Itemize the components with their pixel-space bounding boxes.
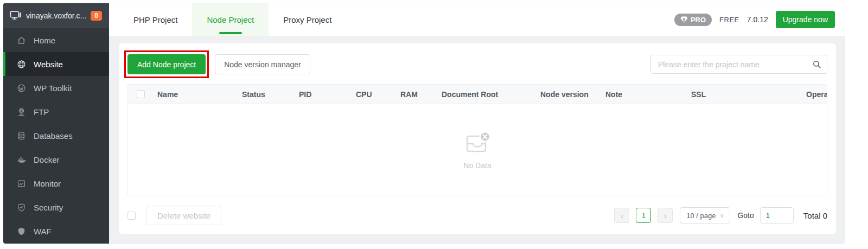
search-input[interactable] [650,55,827,74]
prev-page-button[interactable]: ‹ [614,208,629,223]
search-icon[interactable] [812,60,821,69]
column-header-ssl: SSL [687,90,802,99]
delete-website-button[interactable]: Delete website [146,206,221,225]
sidebar-item-monitor[interactable]: Monitor [3,171,109,195]
table-header-row: Name Status PID CPU RAM Document Root No… [128,85,827,104]
sidebar-item-label: WAF [34,227,52,236]
sidebar-item-ftp[interactable]: FTP [3,100,109,124]
project-tabs: PHP Project Node Project Proxy Project P… [109,3,845,36]
sidebar-item-docker[interactable]: Docker [3,148,109,171]
sidebar-item-wp-toolkit[interactable]: WP Toolkit [3,76,109,100]
database-icon [17,131,26,141]
column-header-note: Note [601,90,687,99]
server-monitor-icon [10,10,22,21]
no-data-icon [463,131,492,156]
sidebar-item-home[interactable]: Home [3,28,109,52]
sidebar-item-label: Monitor [34,179,61,188]
version-number: 7.0.12 [747,15,768,24]
next-page-button[interactable]: › [658,208,673,223]
sidebar-item-label: Security [34,203,63,212]
chevron-left-icon: ‹ [621,211,623,220]
column-header-document-root: Document Root [437,90,536,99]
column-header-operate: Operate [802,90,827,99]
docker-icon [17,155,26,164]
sidebar-item-waf[interactable]: WAF [3,219,109,243]
notification-badge[interactable]: 0 [91,11,102,21]
panel-footer: Delete website ‹ 1 › 10 / page ∨ Goto [127,206,827,225]
project-search [650,55,827,74]
plan-label: FREE [719,16,739,24]
tab-proxy-project[interactable]: Proxy Project [269,3,346,36]
goto-page-input[interactable] [760,207,794,224]
gem-icon [680,16,688,23]
sidebar-item-databases[interactable]: Databases [3,124,109,148]
column-header-ram: RAM [396,90,437,99]
sidebar-item-label: Databases [34,131,73,141]
sidebar-item-website[interactable]: Website [3,52,109,76]
total-count: Total 0 [803,211,827,220]
server-name: vinayak.voxfor.c... [26,11,86,20]
upgrade-now-button[interactable]: Upgrade now [776,11,835,28]
footer-select-all-checkbox[interactable] [127,212,136,220]
tabbar-spacer [346,3,674,36]
add-node-project-button[interactable]: Add Node project [127,54,206,74]
tab-node-project[interactable]: Node Project [192,3,269,36]
column-header-status: Status [238,90,295,99]
sidebar-item-label: FTP [34,107,49,117]
main-content: PHP Project Node Project Proxy Project P… [109,3,845,244]
sidebar-item-label: Home [34,36,55,45]
globe-icon [17,60,26,69]
column-header-name: Name [153,90,238,99]
sidebar-item-label: Docker [34,155,60,164]
wordpress-icon [17,84,26,93]
column-header-pid: PID [295,90,352,99]
select-all-cell [128,90,153,98]
projects-table: Name Status PID CPU RAM Document Root No… [127,84,827,196]
page-number-button[interactable]: 1 [636,208,651,223]
sidebar-item-label: WP Toolkit [34,84,72,93]
node-project-panel: Add Node project Node version manager [119,43,836,234]
pagination: ‹ 1 › 10 / page ∨ Goto Total 0 [614,207,827,224]
chevron-right-icon: › [664,211,667,220]
shield-icon [17,227,26,236]
select-all-checkbox[interactable] [137,90,145,98]
page-size-value: 10 / page [686,212,716,220]
column-header-cpu: CPU [352,90,396,99]
red-annotation-box: Add Node project [127,54,206,74]
chevron-down-icon: ∨ [720,212,724,219]
sidebar-item-label: Website [34,60,63,69]
goto-label: Goto [737,211,754,220]
sidebar-item-security[interactable]: Security [3,195,109,219]
app-window: vinayak.voxfor.c... 0 Home Website [3,3,845,244]
home-icon [17,36,26,45]
column-header-node-version: Node version [536,90,601,99]
toolbar: Add Node project Node version manager [127,54,827,74]
shield-check-icon [17,203,26,212]
monitor-icon [17,179,26,188]
license-area: PRO FREE 7.0.12 Upgrade now [674,3,845,36]
table-body: No Data [128,104,827,196]
empty-state: No Data [463,131,492,170]
empty-state-text: No Data [463,161,491,170]
pro-badge[interactable]: PRO [674,14,712,26]
ftp-icon [17,107,26,117]
server-header[interactable]: vinayak.voxfor.c... 0 [3,3,109,28]
tab-php-project[interactable]: PHP Project [119,3,192,36]
page-size-select[interactable]: 10 / page ∨ [680,207,730,224]
node-version-manager-button[interactable]: Node version manager [215,54,310,74]
sidebar: vinayak.voxfor.c... 0 Home Website [3,3,109,244]
